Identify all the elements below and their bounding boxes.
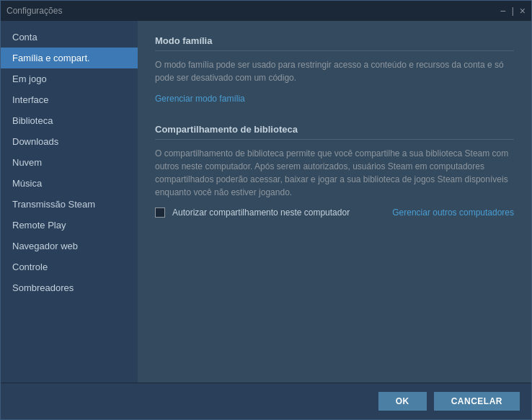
modo-familia-title: Modo família: [155, 35, 514, 51]
cancel-button[interactable]: CANCELAR: [434, 392, 520, 411]
gerenciar-modo-familia-link[interactable]: Gerenciar modo família: [155, 94, 245, 104]
sidebar-item-familia[interactable]: Família e compart.: [1, 48, 138, 68]
titlebar: Configurações − | ×: [1, 1, 531, 21]
gerenciar-outros-computadores-link[interactable]: Gerenciar outros computadores: [392, 207, 514, 218]
sidebar-item-biblioteca[interactable]: Biblioteca: [1, 110, 138, 131]
sidebar-item-sombreadores[interactable]: Sombreadores: [1, 277, 138, 298]
titlebar-separator: |: [512, 6, 514, 16]
section-compartilhamento: Compartilhamento de biblioteca O compart…: [155, 124, 514, 218]
main-panel: Modo família O modo família pode ser usa…: [138, 21, 531, 383]
minimize-button[interactable]: −: [500, 6, 506, 16]
section-modo-familia: Modo família O modo família pode ser usa…: [155, 35, 514, 104]
sidebar-item-musica[interactable]: Música: [1, 173, 138, 194]
sidebar-item-em-jogo[interactable]: Em jogo: [1, 68, 138, 89]
bottom-bar: OK CANCELAR: [1, 383, 531, 419]
ok-button[interactable]: OK: [378, 392, 427, 411]
content-area: Conta Família e compart. Em jogo Interfa…: [1, 21, 531, 383]
settings-window: Configurações − | × Conta Família e comp…: [0, 0, 532, 420]
sidebar-item-nuvem[interactable]: Nuvem: [1, 152, 138, 173]
sidebar: Conta Família e compart. Em jogo Interfa…: [1, 21, 138, 383]
autorizar-compartilhamento-label[interactable]: Autorizar compartilhamento neste computa…: [172, 207, 350, 218]
sidebar-item-conta[interactable]: Conta: [1, 27, 138, 48]
modo-familia-description: O modo família pode ser usado para restr…: [155, 58, 514, 84]
sidebar-item-navegador[interactable]: Navegador web: [1, 236, 138, 256]
sidebar-item-interface[interactable]: Interface: [1, 89, 138, 110]
compartilhamento-title: Compartilhamento de biblioteca: [155, 124, 514, 140]
sidebar-item-remote-play[interactable]: Remote Play: [1, 215, 138, 236]
close-button[interactable]: ×: [520, 6, 526, 16]
sidebar-item-controle[interactable]: Controle: [1, 256, 138, 277]
panel-content: Modo família O modo família pode ser usa…: [138, 21, 531, 383]
sidebar-item-downloads[interactable]: Downloads: [1, 131, 138, 152]
window-title: Configurações: [6, 6, 62, 16]
autorizar-compartilhamento-checkbox[interactable]: [155, 207, 165, 218]
titlebar-controls: − | ×: [500, 6, 526, 16]
sidebar-item-transmissao[interactable]: Transmissão Steam: [1, 194, 138, 215]
compartilhamento-description: O compartilhamento de biblioteca permite…: [155, 147, 514, 199]
autorizar-compartilhamento-row: Autorizar compartilhamento neste computa…: [155, 207, 514, 218]
